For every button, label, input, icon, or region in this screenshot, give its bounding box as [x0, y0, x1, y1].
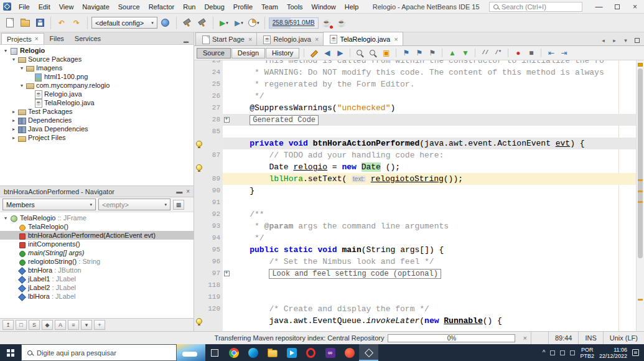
clean-build-project-icon[interactable] [195, 16, 209, 30]
last-edit-icon[interactable] [308, 47, 320, 59]
panel-tab-files[interactable]: Files [45, 33, 69, 44]
taskbar-chrome-icon[interactable] [224, 344, 243, 361]
minimize-navigator-icon[interactable]: ▬ [176, 188, 182, 195]
tray-icon-2[interactable] [560, 350, 565, 355]
close-tab-icon[interactable]: × [315, 35, 319, 43]
taskbar-visualstudio-icon[interactable]: ∞ [320, 344, 340, 361]
project-tree-item[interactable]: ▾Relogio [0, 46, 194, 55]
menu-help[interactable]: Help [340, 0, 363, 13]
gutter-glyph-margin[interactable] [194, 244, 204, 256]
scroll-tabs-left-icon[interactable]: ◂ [599, 35, 608, 45]
tree-right-arrow-icon[interactable]: ▸ [11, 135, 17, 141]
build-project-icon[interactable] [180, 16, 194, 30]
tray-expand-icon[interactable]: ^ [543, 349, 546, 356]
background-task-icon-1[interactable]: ☕ [320, 16, 334, 30]
toggle-highlight-icon[interactable]: ▣ [380, 47, 392, 59]
shift-left-icon[interactable]: ⇤ [545, 47, 557, 59]
start-button[interactable] [0, 344, 21, 361]
project-tree-item[interactable]: ▸Test Packages [0, 107, 194, 116]
navigator-grid-icon[interactable]: ▦ [173, 200, 184, 210]
gutter-glyph-margin[interactable] [194, 279, 204, 291]
maximize-editor-icon[interactable] [632, 35, 642, 45]
gutter-glyph-margin[interactable] [194, 291, 204, 303]
view-history-button[interactable]: History [266, 48, 299, 59]
show-static-members-icon[interactable]: S [29, 320, 40, 330]
gutter-glyph-margin[interactable] [194, 256, 204, 268]
tab-list-icon[interactable]: ▾ [621, 35, 630, 45]
minimize-panel-icon[interactable]: ▬ [180, 39, 192, 44]
menu-navigate[interactable]: Navigate [78, 0, 113, 13]
menu-file[interactable]: File [14, 0, 34, 13]
navigator-item[interactable]: initComponents() [0, 240, 194, 248]
cancel-progress-icon[interactable]: × [519, 334, 530, 342]
navigator-item[interactable]: jLabel2 : JLabel [0, 283, 194, 292]
minimize-button[interactable]: — [590, 0, 608, 13]
gutter-glyph-margin[interactable] [194, 173, 204, 185]
forward-icon[interactable]: ▶ [334, 47, 346, 59]
clock[interactable]: 11:06 22/12/2022 [599, 347, 627, 359]
navigator-item[interactable]: btnHoraActionPerformed(ActionEvent evt) [0, 231, 194, 240]
navigator-item[interactable]: lblHora : JLabel [0, 292, 194, 301]
tray-icon-1[interactable] [550, 350, 555, 355]
notification-center-icon[interactable] [632, 349, 639, 356]
navigator-item[interactable]: ▾TelaRelogio :: JFrame [0, 213, 194, 222]
navigator-item[interactable]: jLabel1 : JLabel [0, 274, 194, 283]
menu-profile[interactable]: Profile [229, 0, 257, 13]
gutter-glyph-margin[interactable] [194, 220, 204, 232]
tree-down-arrow-icon[interactable]: ▾ [19, 83, 25, 88]
save-all-icon[interactable] [33, 16, 47, 30]
panel-tab-projects[interactable]: Projects× [1, 33, 44, 44]
taskbar-explorer-icon[interactable] [263, 344, 282, 361]
start-macro-recording-icon[interactable]: ● [512, 47, 524, 59]
undo-icon[interactable]: ↶ [55, 16, 68, 30]
back-icon[interactable]: ◀ [321, 47, 333, 59]
menu-refactor[interactable]: Refactor [144, 0, 179, 13]
project-tree-item[interactable]: ▾Imagens [0, 63, 194, 72]
gutter-glyph-margin[interactable] [194, 232, 204, 244]
warning-bulb-icon[interactable] [196, 318, 202, 324]
tree-down-arrow-icon[interactable]: ▾ [19, 65, 25, 71]
scroll-tabs-right-icon[interactable]: ▸ [610, 35, 619, 45]
menu-team[interactable]: Team [257, 0, 282, 13]
task-view-button[interactable] [205, 344, 224, 361]
editor-tab-relogio-java[interactable]: Relogio.java× [256, 32, 324, 45]
tree-right-arrow-icon[interactable]: ▸ [11, 126, 17, 132]
warning-bulb-icon[interactable] [196, 141, 202, 147]
toggle-bookmark-icon[interactable]: ⚑ [426, 47, 438, 59]
editor-tab-start-page[interactable]: Start Page× [195, 32, 257, 45]
editor-tab-telarelogio-java[interactable]: TelaRelogio.java× [323, 32, 403, 45]
project-tree-item[interactable]: ▸Dependencies [0, 116, 194, 124]
gutter-glyph-margin[interactable] [194, 185, 204, 197]
taskbar-edge-icon[interactable] [243, 344, 263, 361]
menu-run[interactable]: Run [179, 0, 200, 13]
warning-bulb-icon[interactable] [196, 164, 202, 171]
fold-column[interactable]: + [223, 268, 230, 279]
project-tree-item[interactable]: ▾com.mycompany.relogio [0, 81, 194, 90]
project-tree-item[interactable]: ▸Java Dependencies [0, 124, 194, 133]
view-source-button[interactable]: Source [197, 48, 231, 59]
close-navigator-icon[interactable]: × [186, 188, 190, 195]
gutter-glyph-margin[interactable] [194, 114, 204, 126]
show-non-public-icon[interactable]: ◆ [42, 320, 53, 330]
profile-project-icon[interactable]: ▾ [247, 16, 261, 30]
stop-macro-recording-icon[interactable]: ■ [525, 47, 537, 59]
gutter-glyph-margin[interactable] [194, 78, 204, 90]
show-inherited-icon[interactable]: ↥ [2, 320, 14, 330]
weather-widget[interactable] [177, 344, 205, 361]
code-editor[interactable]: 23 * This method is called from within t… [194, 60, 636, 331]
gutter-glyph-margin[interactable] [194, 209, 204, 220]
taskbar-vscode-icon[interactable] [282, 344, 301, 361]
gutter-glyph-margin[interactable] [194, 268, 204, 279]
tree-right-arrow-icon[interactable]: ▸ [11, 118, 17, 123]
project-tree-item[interactable]: html1-100.png [0, 72, 194, 81]
gutter-glyph-margin[interactable] [194, 102, 204, 114]
navigator-tree[interactable]: ▾TelaRelogio :: JFrameTelaRelogio()btnHo… [0, 212, 194, 318]
panel-tab-services[interactable]: Services [70, 33, 106, 44]
project-tree-item[interactable]: Relogio.java [0, 90, 194, 98]
fold-plus-icon[interactable]: + [224, 271, 230, 276]
project-tree-item[interactable]: ▾Source Packages [0, 55, 194, 63]
show-fields-icon[interactable]: □ [16, 320, 27, 330]
gutter-glyph-margin[interactable] [194, 90, 204, 102]
redo-icon[interactable]: ↷ [70, 16, 83, 30]
find-occurrences-icon[interactable] [367, 47, 379, 59]
